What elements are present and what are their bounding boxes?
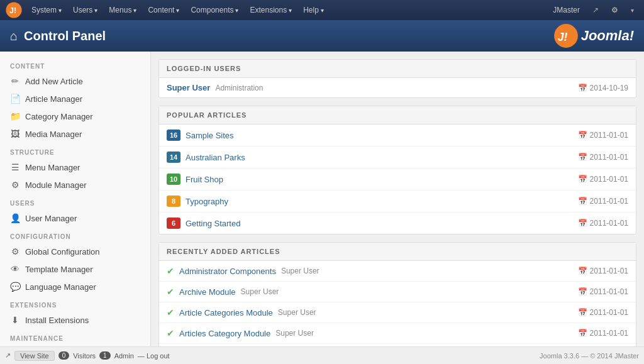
date-value: 2011-01-01 [590,197,628,206]
sidebar-item-install-extensions[interactable]: ⬇ Install Extensions [0,311,150,329]
username-link[interactable]: JMaster [548,3,585,17]
sidebar-item-label: Template Manager [25,265,93,274]
article-info: 14 Australian Parks [167,152,245,163]
sidebar-item-label: Menu Manager [25,163,80,172]
article-info: 8 Typography [167,196,228,207]
user-info: Super User Administration [167,83,263,92]
joomla-logo-text: Joomla! [581,28,634,44]
sidebar-item-article-manager[interactable]: 📄 Article Manager [0,90,150,108]
user-link[interactable]: Super User [167,83,210,92]
view-site-button[interactable]: View Site [14,351,55,361]
visitors-label: Visitors [73,352,96,360]
sidebar-item-user-manager[interactable]: 👤 User Manager [0,209,150,227]
chevron-down-icon: ▾ [321,7,324,14]
chevron-down-icon: ▾ [133,7,136,14]
sidebar-item-category-manager[interactable]: 📁 Category Manager [0,108,150,125]
nav-content[interactable]: Content ▾ [143,3,184,17]
logout-label[interactable]: — Log out [138,352,170,360]
svg-text:J!: J! [557,31,567,43]
chevron-down-icon: ▾ [626,4,639,16]
table-row: Super User Administration 📅 2014-10-19 [159,78,636,97]
sidebar-item-add-new-article[interactable]: ✏ Add New Article [0,72,150,90]
view-site-icon: ↗ [5,351,11,360]
version-info: Joomla 3.3.6 — © 2014 JMaster [540,352,639,360]
sidebar-item-template-manager[interactable]: 👁 Template Manager [0,260,150,278]
nav-menus[interactable]: Menus ▾ [104,3,142,17]
status-bar-left: ↗ View Site 0 Visitors 1 Admin — Log out [5,351,170,361]
calendar-icon: 📅 [578,308,587,317]
date-value: 2011-01-01 [590,175,628,184]
panel-header-recently-added: RECENTLY ADDED ARTICLES [159,243,636,261]
count-badge: 10 [167,174,180,185]
date-value: 2011-01-01 [590,287,628,296]
sidebar-item-global-configuration[interactable]: ⚙ Global Configuration [0,243,150,260]
check-icon: ✔ [167,307,174,317]
sidebar-item-label: Install Extensions [25,316,89,325]
home-icon[interactable]: ⌂ [10,29,18,43]
top-nav-right: JMaster ↗ ⚙ ▾ [548,3,639,17]
article-link[interactable]: Typography [186,197,228,206]
count-badge: 6 [167,218,180,229]
header-bar: ⌂ Control Panel J! Joomla! [0,20,644,52]
language-icon: 💬 [10,282,20,292]
calendar-icon: 📅 [578,84,587,92]
sidebar: CONTENT ✏ Add New Article 📄 Article Mana… [0,52,151,346]
calendar-icon: 📅 [578,175,587,184]
article-link[interactable]: Sample Sites [186,131,234,140]
table-row: ✔ Article Categories Module Super User 📅… [159,302,636,323]
joomla-icon: J! [5,1,23,19]
article-date: 📅 2011-01-01 [578,153,628,162]
article-info: ✔ Article Categories Module Super User [167,307,316,317]
visitors-badge: 0 [58,351,70,360]
sidebar-item-label: Module Manager [25,180,87,190]
article-link[interactable]: Article Categories Module [179,308,273,317]
nav-users[interactable]: Users ▾ [68,3,103,17]
sidebar-item-label: Category Manager [25,112,93,121]
settings-icon[interactable]: ⚙ [606,3,623,17]
nav-extensions[interactable]: Extensions ▾ [245,3,297,17]
sidebar-item-module-manager[interactable]: ⚙ Module Manager [0,176,150,194]
article-link[interactable]: Getting Started [186,219,240,228]
chevron-down-icon: ▾ [176,7,179,14]
pencil-icon: ✏ [10,76,20,86]
menu-icon: ☰ [10,162,20,172]
nav-components[interactable]: Components ▾ [186,3,243,17]
nav-help[interactable]: Help ▾ [298,3,329,17]
date-value: 2011-01-01 [590,329,628,338]
top-nav-left: J! System ▾ Users ▾ Menus ▾ Content ▾ Co… [5,1,329,19]
table-row: 16 Sample Sites 📅 2011-01-01 [159,124,636,146]
nav-system[interactable]: System ▾ [26,3,67,17]
chevron-down-icon: ▾ [94,7,97,14]
article-link[interactable]: Articles Category Module [179,329,270,338]
header-title-group: ⌂ Control Panel [10,29,106,43]
top-navigation: J! System ▾ Users ▾ Menus ▾ Content ▾ Co… [0,0,644,20]
article-date: 📅 2011-01-01 [578,267,628,275]
sidebar-item-label: User Manager [25,214,77,223]
article-info: 10 Fruit Shop [167,174,223,185]
sidebar-section-maintenance: MAINTENANCE [0,329,150,345]
date-value: 2011-01-01 [590,308,628,317]
table-row: ✔ Articles Category Module Super User 📅 … [159,323,636,344]
sidebar-item-language-manager[interactable]: 💬 Language Manager [0,278,150,295]
article-link[interactable]: Australian Parks [186,153,245,162]
folder-icon: 📁 [10,111,20,121]
sidebar-item-menu-manager[interactable]: ☰ Menu Manager [0,158,150,176]
count-badge: 8 [167,196,180,207]
sidebar-item-media-manager[interactable]: 🖼 Media Manager [0,125,150,143]
joomla-logo: J! Joomla! [553,23,634,48]
status-bar: ↗ View Site 0 Visitors 1 Admin — Log out… [0,346,644,364]
article-link[interactable]: Archive Module [179,287,236,297]
chevron-down-icon: ▾ [289,7,292,14]
panel-header-logged-in: LOGGED-IN USERS [159,60,636,78]
media-icon: 🖼 [10,129,20,139]
article-info: ✔ Administrator Components Super User [167,266,319,276]
chevron-down-icon: ▾ [235,7,238,14]
sidebar-item-label: Language Manager [25,282,96,292]
count-badge: 14 [167,152,180,163]
article-link[interactable]: Administrator Components [179,267,276,276]
date-value: 2011-01-01 [590,267,628,275]
article-info: ✔ Articles Category Module Super User [167,328,314,338]
table-row: 8 Typography 📅 2011-01-01 [159,190,636,212]
user-role: Administration [215,84,263,92]
article-link[interactable]: Fruit Shop [186,175,223,184]
